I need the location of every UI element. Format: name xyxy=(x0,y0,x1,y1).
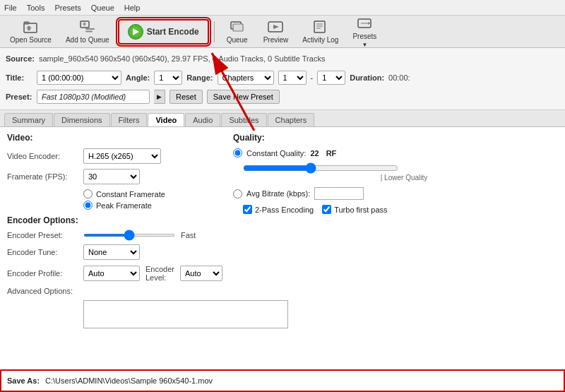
tab-summary[interactable]: Summary xyxy=(4,113,53,126)
advanced-options-section: Advanced Options: xyxy=(7,287,219,328)
queue-label: Queue xyxy=(227,36,248,44)
start-encode-button[interactable]: Start Encode xyxy=(118,19,209,44)
range-start-select[interactable]: 1 xyxy=(278,71,307,85)
svg-rect-1 xyxy=(24,22,29,24)
encoder-profile-row: Encoder Profile: Auto Encoder Level: Aut… xyxy=(7,265,219,282)
presets-dropdown-arrow[interactable]: ▼ xyxy=(362,42,367,48)
queue-button[interactable]: Queue xyxy=(220,17,255,46)
activity-log-button[interactable]: Activity Log xyxy=(297,17,344,46)
tab-subtitles[interactable]: Subtitles xyxy=(221,113,266,126)
preview-icon xyxy=(268,19,283,35)
play-icon xyxy=(128,24,143,40)
framerate-select[interactable]: 30 xyxy=(83,169,140,184)
tab-filters[interactable]: Filters xyxy=(111,113,148,126)
constant-quality-radio[interactable] xyxy=(233,148,242,158)
encoder-tune-label: Encoder Tune: xyxy=(7,248,78,256)
title-row: Title: 1 (00:00:00) Angle: 1 Range: Chap… xyxy=(6,69,559,86)
svg-rect-4 xyxy=(85,31,93,32)
title-select[interactable]: 1 (00:00:00) xyxy=(37,71,121,85)
tab-video[interactable]: Video xyxy=(148,113,184,126)
video-section-header: Video: xyxy=(7,133,219,143)
rf-label: RF xyxy=(326,149,337,158)
encoder-label: Video Encoder: xyxy=(7,152,78,160)
save-as-label: Save As: xyxy=(7,376,40,385)
preview-label: Preview xyxy=(263,36,289,44)
peak-framerate-item: Peak Framerate xyxy=(83,201,219,210)
save-as-bar: Save As: xyxy=(0,369,565,392)
tab-audio[interactable]: Audio xyxy=(185,113,220,126)
queue-icon xyxy=(230,19,245,35)
bitrate-input[interactable] xyxy=(314,187,364,200)
encoder-row: Video Encoder: H.265 (x265) xyxy=(7,148,219,164)
reset-button[interactable]: Reset xyxy=(170,90,203,104)
encoder-select[interactable]: H.265 (x265) xyxy=(83,148,161,164)
encoder-preset-slider[interactable] xyxy=(83,234,175,237)
constant-quality-row: Constant Quality: 22 RF xyxy=(233,148,558,158)
turbo-item: Turbo first pass xyxy=(322,205,387,214)
preset-field: Fast 1080p30 (Modified) xyxy=(37,90,150,104)
quality-slider[interactable] xyxy=(243,162,398,174)
tab-chapters[interactable]: Chapters xyxy=(268,113,315,126)
svg-marker-8 xyxy=(273,25,279,29)
menu-file[interactable]: File xyxy=(4,4,17,12)
range-type-select[interactable]: Chapters xyxy=(218,71,274,85)
advanced-options-row: Advanced Options: xyxy=(7,287,219,295)
avg-bitrate-radio[interactable] xyxy=(233,189,242,198)
menu-presets[interactable]: Presets xyxy=(54,4,81,12)
preset-arrow-btn[interactable]: ▶ xyxy=(154,90,165,104)
two-pass-item: 2-Pass Encoding xyxy=(243,205,314,214)
encoder-preset-label: Encoder Preset: xyxy=(7,231,78,239)
preset-row: Preset: Fast 1080p30 (Modified) ▶ Reset … xyxy=(6,88,559,105)
peak-framerate-radio[interactable] xyxy=(83,201,93,210)
save-new-preset-button[interactable]: Save New Preset xyxy=(207,90,280,104)
range-label: Range: xyxy=(186,73,213,82)
angle-select[interactable]: 1 xyxy=(154,71,182,85)
source-label: Source: xyxy=(6,54,35,63)
peak-framerate-label: Peak Framerate xyxy=(96,201,152,210)
presets-button[interactable]: Presets ▼ xyxy=(347,13,382,50)
presets-label: Presets xyxy=(352,32,376,40)
lower-quality-label: | Lower Quality xyxy=(381,174,428,182)
duration-label: Duration: xyxy=(350,73,384,82)
constant-framerate-item: Constant Framerate xyxy=(83,189,219,198)
rf-value: 22 xyxy=(310,149,319,158)
quality-panel: Quality: Constant Quality: 22 RF | Lower… xyxy=(233,133,558,364)
constant-quality-label: Constant Quality: xyxy=(246,149,306,158)
two-pass-checkbox[interactable] xyxy=(243,205,252,214)
toolbar: Open Source Add to Queue Start Encode xyxy=(0,16,565,48)
preset-label: Preset: xyxy=(6,93,32,101)
preview-button[interactable]: Preview xyxy=(258,17,295,46)
svg-rect-9 xyxy=(314,21,325,32)
framerate-label: Framerate (FPS): xyxy=(7,172,78,181)
range-end-select[interactable]: 1 xyxy=(317,71,345,85)
turbo-checkbox[interactable] xyxy=(322,205,331,214)
encoder-tune-select[interactable]: None xyxy=(83,244,140,260)
source-row: Source: sample_960x540 960x540 (960x540)… xyxy=(6,50,559,67)
quality-slider-container: | Lower Quality xyxy=(243,162,558,182)
add-to-queue-button[interactable]: Add to Queue xyxy=(60,17,115,46)
source-value: sample_960x540 960x540 (960x540), 29.97 … xyxy=(39,54,325,63)
menu-help[interactable]: Help xyxy=(124,4,141,12)
avg-bitrate-label: Avg Bitrate (kbps): xyxy=(246,189,310,198)
duration-value: 00:00: xyxy=(388,73,410,82)
open-source-button[interactable]: Open Source xyxy=(4,17,57,46)
encoder-tune-row: Encoder Tune: None xyxy=(7,244,219,260)
activity-log-label: Activity Log xyxy=(302,36,338,44)
toolbar-separator xyxy=(214,21,215,42)
advanced-options-label: Advanced Options: xyxy=(7,287,78,295)
range-separator: - xyxy=(311,73,314,82)
constant-framerate-radio[interactable] xyxy=(83,189,93,198)
save-as-input[interactable] xyxy=(45,376,558,385)
quality-slider-labels: | Lower Quality xyxy=(250,174,558,182)
activity-log-icon xyxy=(313,19,328,35)
open-source-icon xyxy=(23,19,38,35)
menu-queue[interactable]: Queue xyxy=(91,4,114,12)
tab-dimensions[interactable]: Dimensions xyxy=(54,113,109,126)
menu-tools[interactable]: Tools xyxy=(27,4,45,12)
framerate-row: Framerate (FPS): 30 xyxy=(7,169,219,184)
encoder-preset-row: Encoder Preset: Fast xyxy=(7,231,219,239)
encoder-profile-select[interactable]: Auto xyxy=(83,266,140,281)
source-section: Source: sample_960x540 960x540 (960x540)… xyxy=(0,48,565,110)
angle-label: Angle: xyxy=(126,73,150,82)
encoder-level-select[interactable]: Auto xyxy=(180,266,222,281)
